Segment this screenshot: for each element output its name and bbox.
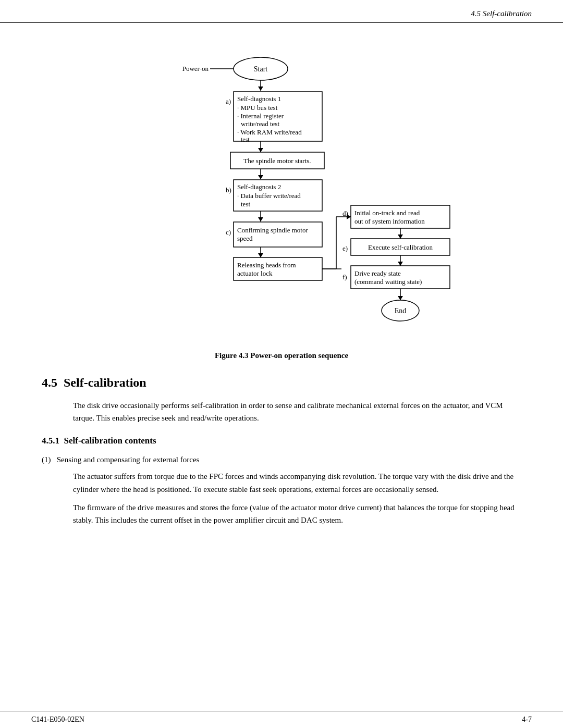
flowchart: Start Power-on a) Self-diagnosis 1 · MPU… bbox=[99, 44, 464, 346]
section-heading: 4.5 Self-calibration bbox=[42, 376, 521, 390]
svg-text:test: test bbox=[241, 200, 250, 208]
svg-text:· Internal register: · Internal register bbox=[237, 112, 284, 120]
header-title: 4.5 Self-calibration bbox=[471, 9, 532, 18]
svg-marker-5 bbox=[258, 87, 263, 91]
svg-marker-32 bbox=[258, 253, 263, 257]
section-intro: The disk drive occasionally performs sel… bbox=[73, 399, 521, 424]
svg-marker-47 bbox=[398, 262, 403, 266]
numbered-item-1: (1) Sensing and compensating for externa… bbox=[42, 453, 521, 527]
svg-text:speed: speed bbox=[237, 235, 253, 242]
svg-text:End: End bbox=[395, 307, 407, 315]
page-header: 4.5 Self-calibration bbox=[0, 0, 563, 23]
svg-text:Power-on: Power-on bbox=[182, 65, 209, 72]
footer-left: C141-E050-02EN bbox=[31, 715, 84, 724]
svg-text:The spindle motor starts.: The spindle motor starts. bbox=[243, 157, 311, 165]
item-number: (1) bbox=[42, 455, 51, 464]
page-footer: C141-E050-02EN 4-7 bbox=[0, 711, 563, 728]
main-content: Start Power-on a) Self-diagnosis 1 · MPU… bbox=[0, 23, 563, 564]
svg-marker-26 bbox=[258, 217, 263, 221]
svg-text:Confirming spindle motor: Confirming spindle motor bbox=[237, 226, 308, 234]
svg-marker-59 bbox=[347, 214, 351, 219]
item-label: Sensing and compensating for external fo… bbox=[57, 455, 200, 464]
svg-text:· MPU bus test: · MPU bus test bbox=[237, 104, 278, 112]
svg-marker-42 bbox=[398, 235, 403, 239]
svg-text:actuator lock: actuator lock bbox=[237, 269, 273, 277]
svg-text:f): f) bbox=[342, 273, 347, 281]
svg-text:out of system information: out of system information bbox=[354, 217, 425, 225]
svg-text:e): e) bbox=[342, 244, 348, 252]
item-paragraph-1: The actuator suffers from torque due to … bbox=[73, 470, 521, 496]
footer-right: 4-7 bbox=[522, 715, 532, 724]
svg-text:Releasing heads from: Releasing heads from bbox=[237, 261, 296, 269]
svg-marker-19 bbox=[258, 175, 263, 179]
svg-text:a): a) bbox=[226, 97, 231, 105]
svg-text:c): c) bbox=[226, 228, 231, 236]
svg-text:write/read test: write/read test bbox=[241, 120, 279, 128]
svg-marker-53 bbox=[398, 296, 403, 300]
flowchart-container: Start Power-on a) Self-diagnosis 1 · MPU… bbox=[42, 44, 521, 346]
svg-text:Execute self-calibration: Execute self-calibration bbox=[368, 243, 433, 251]
svg-text:· Data buffer write/read: · Data buffer write/read bbox=[237, 192, 301, 200]
svg-text:Drive ready state: Drive ready state bbox=[354, 269, 401, 277]
svg-text:Initial on-track and read: Initial on-track and read bbox=[354, 209, 420, 217]
figure-caption: Figure 4.3 Power-on operation sequence bbox=[42, 351, 521, 360]
svg-text:b): b) bbox=[226, 186, 231, 194]
svg-text:· Work RAM write/read: · Work RAM write/read bbox=[237, 128, 302, 136]
svg-text:Self-diagnosis 1: Self-diagnosis 1 bbox=[237, 95, 281, 103]
svg-text:Self-diagnosis 2: Self-diagnosis 2 bbox=[237, 183, 281, 191]
item-paragraph-2: The firmware of the drive measures and s… bbox=[73, 501, 521, 527]
subsection-heading: 4.5.1 Self-calibration contents bbox=[42, 436, 521, 446]
svg-text:test: test bbox=[241, 136, 250, 143]
svg-text:Start: Start bbox=[254, 65, 268, 73]
svg-text:(command waiting state): (command waiting state) bbox=[354, 278, 422, 286]
svg-marker-15 bbox=[258, 148, 263, 152]
